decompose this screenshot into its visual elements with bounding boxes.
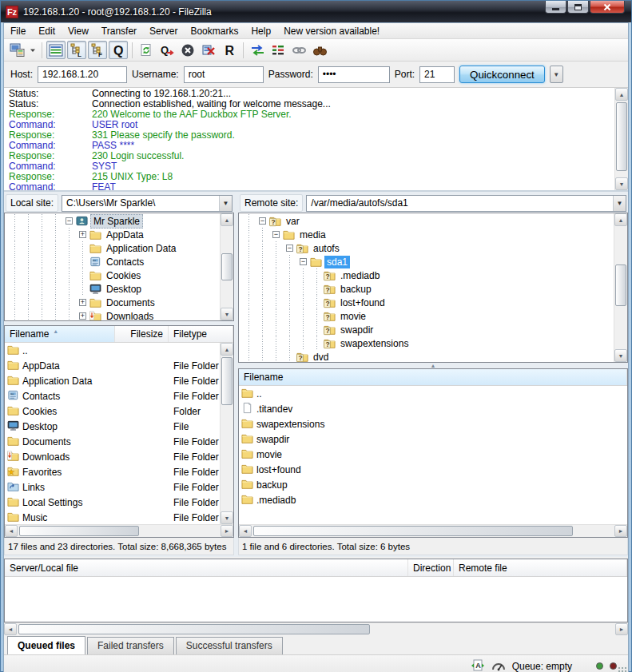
tree-item[interactable]: Desktop <box>5 282 220 296</box>
tree-expander[interactable]: − <box>256 214 269 228</box>
tree-expander[interactable]: − <box>62 214 76 228</box>
tree-item[interactable]: ?movie <box>239 309 614 323</box>
tree-item[interactable]: −Mr Sparkle <box>5 214 220 228</box>
file-row[interactable]: DownloadsFile Folder <box>5 449 220 464</box>
menu-item-file[interactable]: File <box>4 24 32 38</box>
cancel-operation-button[interactable] <box>178 41 197 59</box>
file-row[interactable]: DocumentsFile Folder <box>5 434 220 449</box>
local-list-vertical-scrollbar[interactable]: ▲ ▼ <box>220 343 233 524</box>
scroll-right-icon[interactable]: ► <box>221 525 233 537</box>
file-row[interactable]: .. <box>5 343 220 358</box>
tab-failed-transfers[interactable]: Failed transfers <box>87 637 174 654</box>
host-input[interactable] <box>38 66 127 83</box>
tree-item[interactable]: a=Contacts <box>5 255 220 268</box>
scroll-left-icon[interactable]: ◄ <box>5 525 18 537</box>
username-input[interactable] <box>184 66 264 83</box>
file-row[interactable]: .titandev <box>239 401 627 416</box>
scroll-up-icon[interactable]: ▲ <box>614 213 627 226</box>
directory-listing-button[interactable] <box>268 41 288 59</box>
local-site-combobox[interactable]: C:\Users\Mr Sparkle\ ▼ <box>62 195 233 212</box>
menu-item-view[interactable]: View <box>62 24 95 38</box>
tree-expander[interactable]: + <box>76 228 89 241</box>
scroll-left-icon[interactable]: ◄ <box>239 525 252 537</box>
disconnect-button[interactable] <box>199 41 218 59</box>
file-row[interactable]: backup <box>239 477 627 492</box>
tree-expander[interactable]: + <box>76 309 89 320</box>
file-row[interactable]: lost+found <box>239 462 627 477</box>
toggle-queue-button[interactable]: Q <box>109 41 128 59</box>
site-manager-dropdown-button[interactable] <box>28 41 38 59</box>
menu-item-edit[interactable]: Edit <box>32 24 62 38</box>
remote-splitter[interactable]: ▲ <box>238 363 628 368</box>
column-header-direction[interactable]: Direction <box>408 559 454 576</box>
scroll-down-icon[interactable]: ▼ <box>221 308 233 320</box>
scroll-up-icon[interactable]: ▲ <box>221 213 233 226</box>
tree-expander[interactable]: − <box>283 241 296 255</box>
remote-list-horizontal-scrollbar[interactable]: ◄ ► <box>239 524 627 537</box>
collapse-icon[interactable]: − <box>272 231 280 238</box>
file-row[interactable]: LinksFile Folder <box>5 479 220 495</box>
scroll-right-icon[interactable]: ► <box>615 623 628 635</box>
tree-expander[interactable]: − <box>269 228 283 241</box>
tree-item[interactable]: −media <box>239 228 614 241</box>
compare-directories-button[interactable] <box>248 41 267 59</box>
tree-expander[interactable]: − <box>296 255 310 268</box>
column-header-filename[interactable]: Filename <box>239 369 627 385</box>
tree-item[interactable]: +AppData <box>5 228 220 241</box>
toggle-local-tree-button[interactable]: L <box>67 41 86 59</box>
scroll-down-icon[interactable]: ▼ <box>614 349 627 362</box>
find-files-button[interactable] <box>310 41 329 59</box>
file-row[interactable]: ★FavoritesFile Folder <box>5 464 220 479</box>
tree-item[interactable]: Cookies <box>5 268 220 282</box>
file-row[interactable]: swapextensions <box>239 416 627 431</box>
remote-tree-vertical-scrollbar[interactable]: ▲ ▼ <box>614 213 627 362</box>
file-row[interactable]: DesktopFile <box>5 419 220 434</box>
local-tree-vertical-scrollbar[interactable]: ▲ ▼ <box>220 213 233 320</box>
file-row[interactable]: .. <box>239 386 627 401</box>
local-list-horizontal-scrollbar[interactable]: ◄ ► <box>5 524 233 537</box>
combo-arrow-icon[interactable]: ▼ <box>613 196 626 211</box>
file-row[interactable]: movie <box>239 447 627 462</box>
quickconnect-dropdown-button[interactable]: ▼ <box>550 66 563 83</box>
file-row[interactable]: swapdir <box>239 431 627 447</box>
tree-item[interactable]: ?swapextensions <box>239 336 614 350</box>
remote-site-combobox[interactable]: /var/media/autofs/sda1 ▼ <box>306 195 626 212</box>
toggle-message-log-button[interactable] <box>46 41 66 59</box>
scroll-up-icon[interactable]: ▲ <box>615 88 628 101</box>
collapse-icon[interactable]: − <box>286 245 293 252</box>
menu-item-new-version-available[interactable]: New version available! <box>277 24 386 38</box>
quickconnect-button[interactable]: Quickconnect <box>459 66 545 83</box>
file-row[interactable]: Application DataFile Folder <box>5 373 220 388</box>
file-row[interactable]: CookiesFolder <box>5 404 220 419</box>
tree-item[interactable]: ?swapdir <box>239 323 614 336</box>
tree-item[interactable]: −?var <box>239 214 614 228</box>
tree-item[interactable]: +Documents <box>5 296 220 309</box>
expand-icon[interactable]: + <box>79 231 86 238</box>
collapse-icon[interactable]: − <box>66 217 73 225</box>
maximize-button[interactable] <box>567 1 589 14</box>
toggle-remote-tree-button[interactable]: F <box>88 41 107 59</box>
scroll-up-icon[interactable]: ▲ <box>221 343 233 356</box>
file-row[interactable]: MusicFile Folder <box>5 510 220 524</box>
synchronized-browsing-button[interactable] <box>289 41 308 59</box>
resize-grip[interactable] <box>618 666 626 672</box>
log-vertical-scrollbar[interactable]: ▲ ▼ <box>614 88 628 190</box>
queue-horizontal-scrollbar[interactable]: ◄ ► <box>4 622 628 635</box>
reconnect-button[interactable]: R <box>220 41 239 59</box>
tree-item[interactable]: ?lost+found <box>239 296 614 309</box>
password-input[interactable] <box>318 66 390 83</box>
tree-expander[interactable]: + <box>76 296 89 309</box>
tree-item[interactable]: Application Data <box>5 241 220 255</box>
expand-icon[interactable]: + <box>79 299 86 306</box>
scroll-down-icon[interactable]: ▼ <box>221 511 233 524</box>
minimize-button[interactable] <box>545 1 566 14</box>
column-header-server-local-file[interactable]: Server/Local file <box>5 559 408 576</box>
title-bar[interactable]: Fz 192.168.1.20 - root@192.168.1.20 - Fi… <box>1 1 631 22</box>
tree-item[interactable]: −sda1 <box>239 255 614 268</box>
column-header-filetype[interactable]: Filetype <box>169 326 233 342</box>
scroll-down-icon[interactable]: ▼ <box>615 177 628 190</box>
scroll-left-icon[interactable]: ◄ <box>4 623 17 635</box>
menu-item-server[interactable]: Server <box>143 24 184 38</box>
site-manager-button[interactable] <box>7 41 26 59</box>
file-row[interactable]: AppDataFile Folder <box>5 358 220 373</box>
